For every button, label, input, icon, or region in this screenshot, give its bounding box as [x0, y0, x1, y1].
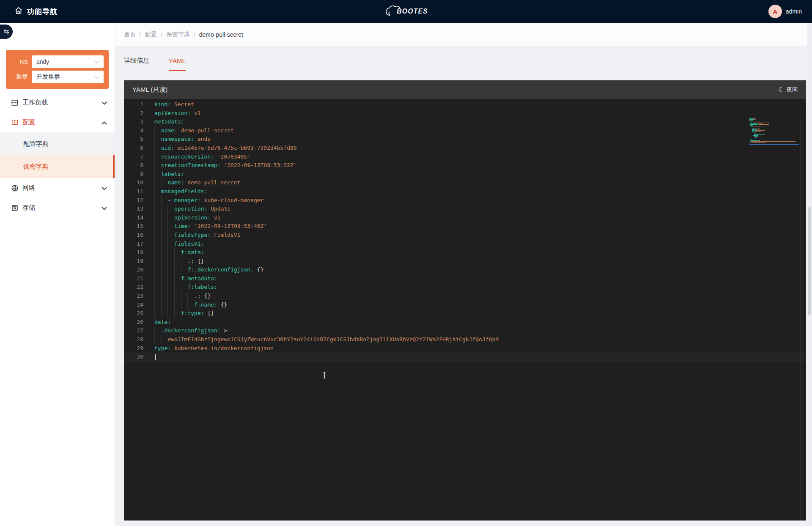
indent-guide [167, 274, 174, 283]
line-number: 30 [124, 353, 143, 362]
line-content: managedFields: [154, 187, 207, 196]
breadcrumb-home[interactable]: 首页 [124, 31, 136, 38]
sidebar-subitem-label: 保密字典 [23, 163, 49, 171]
tab-details[interactable]: 详细信息 [124, 47, 149, 74]
line-content: metadata: [154, 118, 184, 126]
code-token: data: [154, 319, 171, 325]
sidebar: NS andy 集群 开发集群 [0, 23, 115, 526]
line-content: f:metadata: [154, 274, 217, 283]
indent-guide [181, 292, 188, 301]
namespace-panel: NS andy 集群 开发集群 [6, 50, 109, 89]
code-token: fieldsType: [174, 232, 211, 238]
indent-guide [154, 231, 161, 240]
code-line: 7resourceVersion: '20703405' [124, 153, 806, 162]
line-number: 22 [124, 283, 143, 292]
breadcrumb-separator: / [161, 31, 162, 38]
code-token: manager: [174, 197, 201, 203]
code-token: {} [217, 301, 227, 308]
night-mode-toggle[interactable]: ☾ 夜间 [779, 86, 798, 93]
indent-guide [154, 153, 161, 162]
sidebar-item-network[interactable]: 网络 [0, 178, 115, 198]
sidebar-menu: 工作负载 配置 配置字典 保密字典 [0, 93, 115, 218]
code-token: ewoJImF1dGhzIjogewoJCSJyZWcucnVuc3RhY2su… [167, 336, 499, 342]
code-line: 22f:labels: [124, 283, 806, 292]
code-token: f:name: [194, 301, 217, 308]
line-content [154, 353, 156, 362]
indent-guide [174, 292, 181, 301]
tab-yaml[interactable]: YAML [169, 47, 186, 74]
user-menu[interactable]: A admin [768, 0, 802, 23]
line-content: - manager: kube-cloud-manager [154, 196, 263, 205]
namespace-value: andy [36, 58, 94, 65]
indent-guide [167, 283, 174, 292]
breadcrumb-separator: / [194, 31, 195, 38]
line-number: 7 [124, 153, 143, 162]
chevron-down-icon [94, 74, 99, 80]
sidebar-item-config[interactable]: 配置 [0, 112, 115, 132]
code-token: .dockerconfigjson: [161, 327, 221, 334]
code-token: '2022-09-13T08:53:32Z' [221, 162, 297, 168]
namespace-select[interactable]: andy [32, 55, 104, 68]
breadcrumb-secret-dict[interactable]: 保密字典 [166, 31, 190, 38]
line-number: 27 [124, 326, 143, 335]
code-area[interactable]: 1kind: Secret2apiVersion: v13metadata:4n… [124, 99, 806, 521]
indent-guide [174, 283, 181, 292]
sidebar-item-secret[interactable]: 保密字典 [0, 155, 115, 178]
indent-guide [154, 205, 161, 214]
sidebar-item-label: 配置 [22, 118, 102, 126]
chevron-down-icon [102, 184, 107, 192]
indent-guide [167, 222, 174, 231]
indent-guide [161, 222, 168, 231]
page-scrollbar-track[interactable] [807, 23, 812, 526]
line-content: f:.dockerconfigjson: {} [154, 266, 263, 274]
editor-header: YAML (只读) ☾ 夜间 [124, 80, 806, 99]
line-content: .: {} [154, 257, 204, 266]
line-content: type: kubernetes.io/dockerconfigjson [154, 344, 274, 353]
chevron-down-icon [102, 99, 107, 106]
indent-guide [161, 266, 168, 274]
line-number: 14 [124, 214, 143, 222]
yaml-editor: YAML (只读) ☾ 夜间 1kind: Secret2apiVersion:… [124, 80, 806, 521]
network-icon [11, 184, 19, 192]
cluster-select[interactable]: 开发集群 [32, 71, 104, 83]
mouse-ibeam-cursor: I [323, 370, 326, 381]
nav-home[interactable]: 功能导航 [0, 6, 58, 16]
line-number: 18 [124, 248, 143, 257]
sidebar-item-label: 存储 [22, 204, 102, 212]
code-line: 28ewoJImF1dGhzIjogewoJCSJyZWcucnVuc3RhY2… [124, 335, 806, 344]
code-line: 15time: '2022-09-13T08:53:46Z' [124, 222, 806, 231]
code-line: 5namespace: andy [124, 135, 806, 144]
code-token: Update [207, 205, 230, 212]
sidebar-item-workload[interactable]: 工作负载 [0, 93, 115, 112]
line-content: name: demo-pull-secret [154, 126, 234, 135]
breadcrumb-config[interactable]: 配置 [145, 31, 157, 38]
indent-guide [174, 301, 181, 310]
chevron-down-icon [94, 58, 99, 65]
line-number: 10 [124, 178, 143, 187]
indent-guide [187, 292, 194, 301]
indent-guide [161, 292, 168, 301]
page-scrollbar-thumb[interactable] [808, 207, 811, 315]
sidebar-item-storage[interactable]: 存储 [0, 198, 115, 218]
code-token: operation: [174, 205, 207, 212]
code-token: metadata: [154, 118, 184, 125]
code-token: - [167, 197, 174, 203]
indent-guide [181, 257, 188, 266]
page: 功能导航 BOOTES A admin NS andy [0, 0, 812, 526]
indent-guide [161, 240, 168, 249]
home-icon [14, 6, 23, 16]
indent-guide [174, 274, 181, 283]
line-content: f:labels: [154, 283, 217, 292]
code-token: >- [221, 327, 230, 334]
code-line: 18f:data: [124, 248, 806, 257]
indent-guide [161, 231, 168, 240]
minimap[interactable] [749, 118, 799, 145]
line-content: f:data: [154, 248, 204, 257]
avatar: A [768, 5, 782, 18]
sidebar-item-configmap[interactable]: 配置字典 [0, 132, 115, 155]
indent-guide [154, 170, 161, 179]
line-content: f:type: {} [154, 309, 214, 318]
moon-icon: ☾ [779, 86, 784, 93]
code-token: name: [167, 179, 184, 186]
code-token: andy [194, 136, 211, 142]
